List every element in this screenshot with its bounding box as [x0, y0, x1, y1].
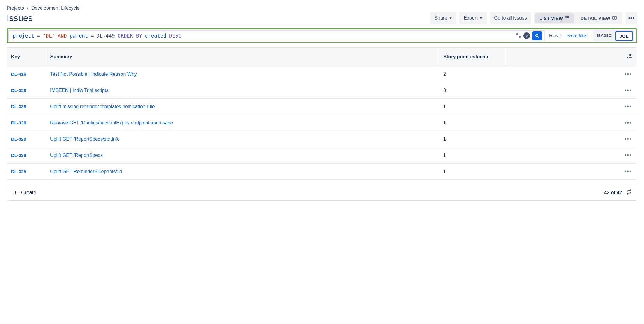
svg-point-4	[628, 57, 629, 58]
go-to-all-issues-button[interactable]: Go to all issues	[490, 12, 531, 24]
jql-input[interactable]: project = "DL" AND parent = DL-449 ORDER…	[8, 30, 545, 41]
share-button[interactable]: Share ▼	[430, 12, 457, 24]
export-button[interactable]: Export ▼	[459, 12, 487, 24]
table-row: DL-328Uplift GET /ReportSpecs1•••	[7, 147, 637, 164]
row-actions-button[interactable]: •••	[624, 103, 632, 110]
list-view-toggle[interactable]: LIST VIEW	[535, 13, 574, 23]
table-row: DL-329Uplift GET /ReportSpecs/statInfo1•…	[7, 131, 637, 147]
row-actions-button[interactable]: •••	[624, 168, 632, 175]
column-actions	[505, 48, 637, 66]
issue-summary-link[interactable]: Uplift missing reminder templates notifi…	[50, 104, 155, 109]
table-row: DL-325Uplift GET ReminderBlueprints/:id1…	[7, 164, 637, 180]
issues-table: Key Summary Story point estimate DL-416T…	[7, 48, 637, 185]
row-actions-button[interactable]: •••	[624, 71, 632, 78]
table-row	[7, 180, 637, 185]
chevron-down-icon: ▼	[449, 16, 452, 20]
issue-summary-link[interactable]: Uplift GET ReminderBlueprints/:id	[50, 169, 122, 174]
export-button-label: Export	[464, 15, 477, 21]
issue-key-link[interactable]: DL-416	[11, 72, 26, 77]
column-summary[interactable]: Summary	[46, 48, 439, 66]
issue-key-link[interactable]: DL-328	[11, 153, 26, 158]
table-footer: ＋ Create 42 of 42	[7, 185, 637, 200]
refresh-icon[interactable]	[626, 189, 632, 196]
table-row: DL-338Uplift missing reminder templates …	[7, 99, 637, 115]
row-actions-button[interactable]: •••	[624, 119, 632, 126]
plus-icon: ＋	[12, 188, 19, 197]
issue-key-link[interactable]: DL-338	[11, 104, 26, 109]
search-mode-toggle: BASIC JQL	[593, 30, 634, 41]
story-points-cell: 2	[439, 66, 505, 82]
table-row: DL-359IMSEEN | India Trial scripts3•••	[7, 82, 637, 99]
issue-summary-link[interactable]: Test Not Possible | Indicate Reason Why	[50, 72, 137, 77]
story-points-cell: 1	[439, 99, 505, 115]
jql-search-highlight: project = "DL" AND parent = DL-449 ORDER…	[7, 28, 637, 43]
syntax-help-icon[interactable]: ?	[523, 32, 530, 39]
meatball-icon: •••	[628, 15, 634, 22]
issues-table-wrap: Key Summary Story point estimate DL-416T…	[7, 47, 637, 201]
breadcrumb-sep: /	[27, 5, 28, 11]
list-view-icon	[565, 15, 570, 21]
breadcrumb-root[interactable]: Projects	[7, 5, 24, 11]
detail-view-icon	[612, 15, 617, 21]
column-story-points[interactable]: Story point estimate	[439, 48, 505, 66]
page-title: Issues	[7, 13, 33, 23]
story-points-cell: 1	[439, 147, 505, 164]
issue-summary-link[interactable]: Remove GET /Configs/accountExpiry endpoi…	[50, 120, 173, 125]
save-filter-button[interactable]: Save filter	[567, 33, 588, 38]
issue-summary-link[interactable]: Uplift GET /ReportSpecs	[50, 153, 103, 158]
issue-key-link[interactable]: DL-359	[11, 88, 26, 93]
result-count: 42 of 42	[604, 190, 622, 195]
column-key[interactable]: Key	[7, 48, 46, 66]
breadcrumb-current: Development Lifecycle	[31, 5, 80, 11]
breadcrumb: Projects / Development Lifecycle	[7, 5, 637, 11]
run-search-button[interactable]	[532, 31, 542, 40]
story-points-cell: 1	[439, 115, 505, 131]
share-button-label: Share	[435, 15, 447, 21]
row-actions-button[interactable]: •••	[624, 152, 632, 159]
issue-summary-link[interactable]: IMSEEN | India Trial scripts	[50, 88, 108, 93]
view-toggle: LIST VIEW DETAIL VIEW	[534, 12, 622, 24]
table-row: DL-330Remove GET /Configs/accountExpiry …	[7, 115, 637, 131]
more-actions-button[interactable]: •••	[625, 12, 637, 24]
story-points-cell: 1	[439, 164, 505, 180]
reset-button[interactable]: Reset	[549, 33, 562, 38]
issue-key-link[interactable]: DL-330	[11, 120, 26, 125]
issue-summary-link[interactable]: Uplift GET /ReportSpecs/statInfo	[50, 136, 120, 142]
issue-key-link[interactable]: DL-325	[11, 169, 26, 174]
detail-view-toggle[interactable]: DETAIL VIEW	[576, 13, 621, 23]
chevron-down-icon: ▼	[479, 16, 483, 20]
svg-rect-0	[613, 16, 614, 19]
issue-key-link[interactable]: DL-329	[11, 136, 26, 142]
create-issue-button[interactable]: ＋ Create	[12, 188, 36, 197]
story-points-cell: 3	[439, 82, 505, 99]
search-icon	[535, 33, 540, 38]
story-points-cell: 1	[439, 131, 505, 147]
row-actions-button[interactable]: •••	[624, 136, 632, 142]
basic-mode-toggle[interactable]: BASIC	[594, 31, 615, 41]
svg-rect-1	[615, 16, 616, 19]
row-actions-button[interactable]: •••	[624, 87, 632, 94]
column-config-icon[interactable]	[626, 53, 632, 60]
table-row: DL-416Test Not Possible | Indicate Reaso…	[7, 66, 637, 82]
svg-point-3	[630, 54, 631, 56]
jql-mode-toggle[interactable]: JQL	[615, 31, 633, 41]
expand-editor-icon[interactable]	[516, 33, 521, 39]
